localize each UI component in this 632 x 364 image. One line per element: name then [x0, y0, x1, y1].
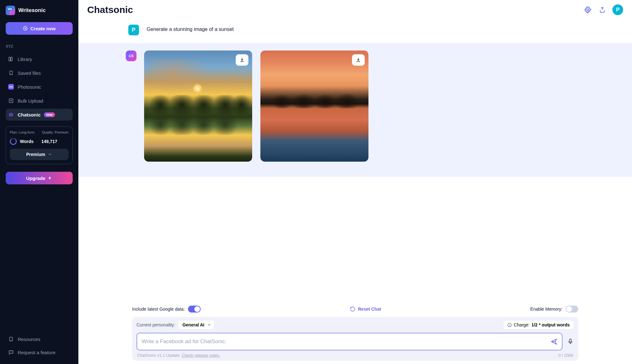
user-message-row: P Generate a stunning image of a sunset: [78, 18, 632, 43]
memory-toggle[interactable]: [566, 306, 578, 313]
download-image-1-button[interactable]: [236, 54, 248, 66]
memory-control: Enable Memory:: [530, 306, 578, 313]
release-notes-link[interactable]: Check release notes.: [182, 353, 220, 358]
personality-value: General AI: [182, 322, 204, 327]
svg-rect-1: [9, 57, 10, 61]
google-data-label: Include latest Google data:: [132, 307, 185, 312]
settings-button[interactable]: [583, 5, 592, 14]
words-row: Words · 149,717: [10, 138, 69, 145]
generated-images: [144, 51, 368, 162]
reset-chat-button[interactable]: Reset Chat: [350, 306, 381, 312]
sidebar-item-label: Bulk Upload: [18, 98, 43, 104]
bookmark-icon: [8, 70, 14, 76]
gear-icon: [584, 6, 592, 14]
composer-area: Include latest Google data: Reset Chat E…: [78, 302, 632, 364]
workspace-label: XYZ: [6, 44, 73, 49]
generated-image-2: [260, 51, 368, 162]
tier-selector[interactable]: Premium: [10, 149, 69, 160]
sidebar-item-label: Photosonic: [18, 84, 41, 90]
brand-name: Writesonic: [18, 7, 46, 14]
sidebar-item-saved[interactable]: Saved files: [6, 67, 73, 79]
share-icon: [599, 6, 606, 13]
top-actions: P: [583, 4, 623, 15]
microphone-icon: [567, 338, 574, 345]
sidebar-item-photosonic[interactable]: PS Photosonic: [6, 81, 73, 93]
plan-card: Plan: Long-form Quality: Premium Words ·…: [6, 126, 73, 164]
quality-label: Quality: Premium: [42, 130, 69, 134]
nav-list: Library Saved files PS Photosonic Bulk U…: [6, 53, 73, 121]
main-area: Chatsonic P P Generate a stunning image …: [78, 0, 632, 364]
personality-group: Current personality: General AI: [137, 320, 214, 330]
upload-icon: [8, 98, 14, 104]
library-icon: [8, 56, 14, 62]
undo-icon: [350, 306, 356, 312]
char-count: 0 / 2000: [558, 353, 573, 358]
composer-card: Current personality: General AI Charge: …: [132, 317, 578, 361]
brand-row: ws Writesonic: [6, 6, 73, 15]
personality-label: Current personality:: [137, 322, 175, 327]
sidebar: ws Writesonic Create new XYZ Library Sav…: [0, 0, 78, 364]
user-avatar: P: [128, 25, 139, 35]
charge-value: 1/2 * output words: [532, 322, 570, 327]
resources-label: Resources: [18, 337, 40, 342]
memory-label: Enable Memory:: [530, 307, 562, 312]
input-row: [137, 333, 574, 350]
google-data-toggle[interactable]: [188, 306, 201, 313]
user-message-text: Generate a stunning image of a sunset: [147, 25, 234, 32]
personality-selector[interactable]: General AI: [178, 320, 214, 330]
svg-rect-2: [11, 57, 12, 61]
send-button[interactable]: [550, 338, 557, 345]
sidebar-item-bulk[interactable]: Bulk Upload: [6, 95, 73, 107]
send-icon: [550, 338, 557, 345]
prompt-input[interactable]: [142, 338, 550, 345]
sidebar-item-library[interactable]: Library: [6, 53, 73, 65]
words-count: 149,717: [41, 139, 58, 144]
page-title: Chatsonic: [87, 4, 133, 15]
request-feature-link[interactable]: Request a feature: [6, 346, 73, 358]
tier-label: Premium: [26, 152, 45, 157]
charge-label: Charge:: [514, 322, 530, 327]
create-new-button[interactable]: Create new: [6, 22, 73, 35]
footer-left: ChatSonic v1.1 Update. Check release not…: [137, 353, 220, 358]
upgrade-label: Upgrade: [26, 176, 46, 181]
sidebar-item-label: Library: [18, 57, 32, 62]
reset-chat-label: Reset Chat: [358, 307, 381, 312]
tablet-icon: [8, 336, 14, 342]
share-button[interactable]: [598, 5, 607, 14]
robot-icon: [8, 112, 14, 117]
message-icon: [8, 349, 14, 355]
info-icon: [507, 323, 512, 327]
usage-ring-icon: [10, 138, 17, 145]
composer-top-row: Current personality: General AI Charge: …: [137, 320, 574, 330]
svg-rect-10: [569, 339, 571, 342]
prompt-input-container: [137, 333, 562, 350]
charge-chip: Charge: 1/2 * output words: [503, 320, 574, 330]
sidebar-item-chatsonic[interactable]: Chatsonic new: [6, 109, 73, 121]
new-badge: new: [44, 112, 55, 117]
svg-point-8: [587, 9, 589, 11]
controls-row: Include latest Google data: Reset Chat E…: [132, 306, 578, 313]
download-icon: [239, 57, 245, 63]
brand-icon: ws: [6, 6, 15, 15]
create-new-label: Create new: [30, 26, 56, 31]
request-label: Request a feature: [18, 350, 55, 355]
generated-image-1: [144, 51, 252, 162]
chevron-down-icon: [207, 323, 211, 327]
topbar: Chatsonic P: [78, 0, 632, 18]
sidebar-item-label: Chatsonic: [18, 112, 41, 117]
resources-link[interactable]: Resources: [6, 333, 73, 345]
photosonic-icon: PS: [8, 84, 14, 90]
avatar[interactable]: P: [612, 4, 623, 15]
svg-point-5: [10, 115, 11, 115]
plan-meta-row: Plan: Long-form Quality: Premium: [10, 130, 69, 134]
mic-button[interactable]: [567, 338, 574, 345]
bolt-icon: [48, 176, 52, 180]
sidebar-item-label: Saved files: [18, 70, 41, 76]
ai-message-row: CS: [78, 43, 632, 177]
chevron-down-icon: [48, 152, 52, 157]
google-data-control: Include latest Google data:: [132, 306, 201, 313]
download-image-2-button[interactable]: [352, 54, 365, 66]
plan-label: Plan: Long-form: [10, 130, 34, 134]
update-text: ChatSonic v1.1 Update.: [137, 353, 180, 358]
upgrade-button[interactable]: Upgrade: [6, 172, 73, 184]
